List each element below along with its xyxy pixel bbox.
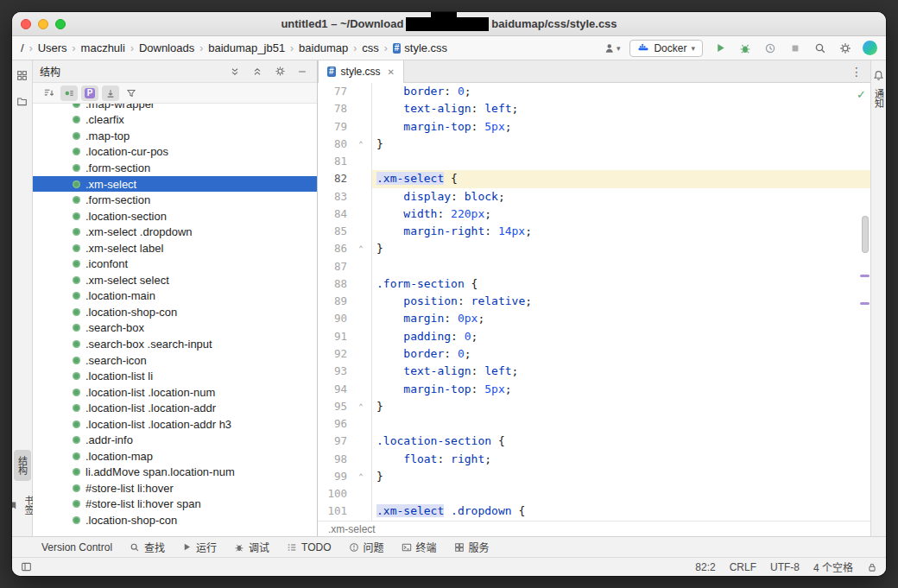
lock-icon[interactable] [867, 562, 877, 572]
editor-line[interactable]: 89 position: relative; [318, 293, 870, 310]
editor-line[interactable]: 101.xm-select .dropdown { [318, 503, 870, 520]
panel-settings-gear-icon[interactable] [272, 64, 288, 79]
structure-item[interactable]: .location-list .location-addr h3 [33, 416, 317, 433]
structure-item[interactable]: .location-list .location-addr [33, 400, 317, 416]
tab-style-css[interactable]: # style.css ✕ [318, 60, 404, 83]
breadcrumb-item[interactable]: #style.css [393, 41, 447, 54]
structure-item[interactable]: #store-list li:hover span [33, 496, 317, 513]
expand-all-icon[interactable] [227, 64, 243, 79]
debug-button[interactable] [737, 41, 753, 56]
editor-line[interactable]: 95⌃} [318, 398, 870, 415]
inspections-ok-icon[interactable]: ✓ [857, 88, 866, 101]
toolwindow-layout-icon[interactable] [21, 561, 32, 572]
structure-item[interactable]: .location-list li [33, 368, 317, 384]
run-button[interactable] [712, 41, 728, 56]
structure-item[interactable]: .location-list .location-num [33, 384, 317, 401]
minimize-window-button[interactable] [38, 19, 48, 29]
editor-line[interactable]: 82.xm-select { [318, 170, 870, 187]
structure-item[interactable]: .location-main [33, 288, 317, 305]
editor-line[interactable]: 78 text-align: left; [318, 100, 870, 117]
toolwindow-button-运行[interactable]: 运行 [182, 540, 217, 554]
zoom-window-button[interactable] [55, 19, 66, 29]
editor-line[interactable]: 92 border: 0; [318, 345, 870, 363]
toolwindow-tab-notifications[interactable]: 通知 [871, 85, 887, 112]
editor-line[interactable]: 77 border: 0; [318, 83, 870, 100]
structure-item[interactable]: .map-wrapper [33, 104, 317, 112]
toolwindow-button-服务[interactable]: 服务 [454, 540, 490, 554]
fold-marker-icon[interactable]: ⌃ [351, 468, 371, 485]
folder-icon[interactable] [15, 93, 30, 109]
editor-line[interactable]: 99⌃} [318, 468, 870, 485]
filter-down-icon[interactable] [102, 85, 119, 101]
editor-line[interactable]: 88.form-section { [318, 275, 870, 293]
editor-line[interactable]: 94 margin-top: 5px; [318, 381, 870, 398]
editor-scrollbar-thumb[interactable] [862, 216, 869, 253]
editor-line[interactable]: 97.location-section { [318, 433, 870, 450]
structure-item[interactable]: .search-box [33, 320, 317, 337]
close-tab-icon[interactable]: ✕ [388, 67, 395, 77]
fold-marker-icon[interactable]: ⌃ [351, 398, 371, 415]
structure-item[interactable]: #store-list li:hover [33, 480, 317, 496]
collapse-all-icon[interactable] [250, 64, 265, 79]
toolwindow-tab-structure[interactable]: 结构 [14, 450, 31, 481]
breadcrumb-item[interactable]: Downloads [139, 41, 194, 54]
stop-button[interactable] [787, 41, 803, 56]
structure-item[interactable]: .xm-select [33, 176, 317, 193]
breadcrumb-item[interactable]: Users [38, 41, 67, 54]
structure-item[interactable]: .map-top [33, 128, 317, 144]
structure-item[interactable]: .search-box .search-input [33, 336, 317, 352]
breadcrumb-item[interactable]: baidumap [299, 41, 348, 54]
editor-line[interactable]: 90 margin: 0px; [318, 310, 870, 327]
editor-line[interactable]: 86⌃} [318, 240, 870, 257]
editor-line[interactable]: 85 margin-right: 14px; [318, 223, 870, 240]
structure-item[interactable]: .location-map [33, 448, 317, 465]
structure-item[interactable]: .iconfont [33, 256, 317, 272]
indent-setting[interactable]: 4 个空格 [813, 560, 853, 574]
fold-marker-icon[interactable]: ⌃ [351, 240, 371, 257]
structure-item[interactable]: .form-section [33, 160, 317, 176]
editor-line[interactable]: 98 float: right; [318, 451, 870, 468]
editor-breadcrumb-bar[interactable]: .xm-select [318, 521, 870, 536]
editor-line[interactable]: 87 [318, 258, 870, 275]
toolwindow-button-终端[interactable]: 终端 [402, 540, 437, 554]
caret-position[interactable]: 82:2 [695, 561, 715, 573]
editor-line[interactable]: 83 display: block; [318, 188, 870, 205]
editor-line[interactable]: 80⌃} [318, 136, 870, 153]
editor-line[interactable]: 96 [318, 415, 870, 433]
structure-item[interactable]: .location-cur-pos [33, 144, 317, 161]
breadcrumb-item[interactable]: / [21, 41, 24, 54]
hide-panel-icon[interactable] [294, 64, 310, 79]
tab-options-icon[interactable]: ⋮ [851, 65, 870, 79]
breadcrumb-item[interactable]: maczhuli [81, 41, 125, 54]
line-separator[interactable]: CRLF [730, 561, 756, 573]
file-encoding[interactable]: UTF-8 [770, 561, 800, 573]
structure-item[interactable]: .location-section [33, 208, 317, 224]
structure-item[interactable]: .addr-info [33, 432, 317, 448]
toolwindow-button-version-control[interactable]: Version Control [41, 541, 112, 553]
structure-item[interactable]: .form-section [33, 192, 317, 208]
breadcrumb-item[interactable]: baidumap_jb51 [208, 41, 285, 54]
editor-line[interactable]: 91 padding: 0; [318, 328, 870, 345]
code-editor[interactable]: 77 border: 0;78 text-align: left;79 marg… [318, 83, 870, 521]
breadcrumb-selector[interactable]: .xm-select [328, 523, 376, 535]
settings-gear-icon[interactable] [838, 41, 853, 56]
toolwindow-button-调试[interactable]: 调试 [234, 540, 269, 554]
editor-line[interactable]: 79 margin-top: 5px; [318, 118, 870, 136]
breadcrumb-item[interactable]: css [362, 41, 379, 54]
profiler-button[interactable] [762, 41, 778, 56]
notifications-bell-icon[interactable] [871, 67, 887, 83]
toolwindow-button-查找[interactable]: 查找 [130, 540, 165, 554]
structure-item[interactable]: .location-shop-con [33, 512, 317, 528]
editor-line[interactable]: 100 [318, 485, 870, 503]
structure-item[interactable]: li.addMove span.location-num [33, 465, 317, 481]
editor-line[interactable]: 84 width: 220px; [318, 205, 870, 223]
structure-item[interactable]: .xm-select .dropdown [33, 224, 317, 240]
sort-alphabetically-icon[interactable] [40, 85, 57, 101]
search-everywhere-button[interactable] [813, 41, 828, 56]
structure-item[interactable]: .xm-select select [33, 272, 317, 288]
toolwindow-button-todo[interactable]: TODO [287, 541, 331, 553]
show-pseudo-classes-icon[interactable]: P [81, 85, 98, 101]
structure-item[interactable]: .search-icon [33, 352, 317, 369]
structure-item[interactable]: .clearfix [33, 112, 317, 129]
fold-marker-icon[interactable]: ⌃ [351, 136, 371, 153]
